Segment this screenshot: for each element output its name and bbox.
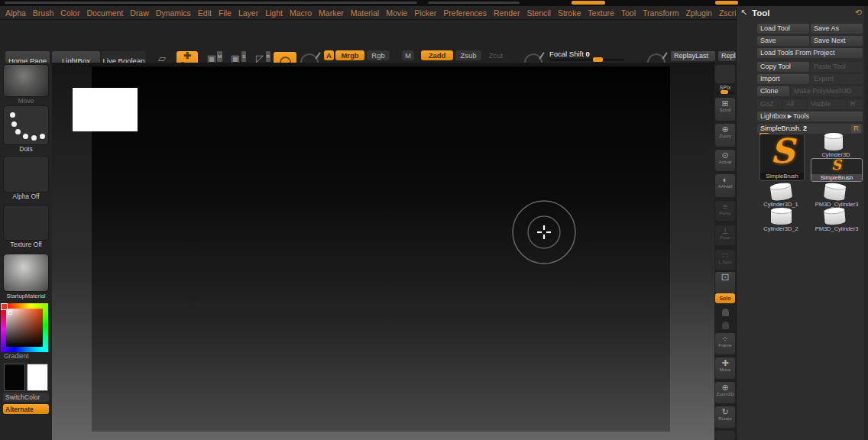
zadd-button[interactable]: Zadd bbox=[421, 50, 453, 60]
zsub-button[interactable]: Zsub bbox=[455, 50, 481, 60]
menu-brush[interactable]: Brush bbox=[33, 8, 53, 18]
alpha-off-thumbnail[interactable] bbox=[3, 156, 49, 192]
floor-button[interactable]: ⊥Floor bbox=[715, 225, 735, 245]
move-brush-thumbnail[interactable] bbox=[3, 64, 49, 97]
aahalf-button[interactable]: ◐AAHalf bbox=[715, 174, 735, 197]
alpha-off-label: Alpha Off bbox=[3, 192, 49, 201]
tool-panel-scrollbar[interactable] bbox=[864, 6, 868, 440]
floor-icon: ⊥ bbox=[715, 226, 735, 235]
menu-transform[interactable]: Transform bbox=[643, 8, 679, 18]
r-export-button[interactable]: R bbox=[847, 99, 863, 109]
render-preview-thumbnail[interactable] bbox=[715, 65, 735, 83]
color-picker-cursor bbox=[8, 311, 12, 315]
focal-shift-slider[interactable] bbox=[549, 59, 624, 61]
cylinder3d-1-thumbnail[interactable] bbox=[770, 183, 793, 202]
canvas-area[interactable] bbox=[52, 63, 714, 440]
replay-last-clipped-button[interactable]: Repla bbox=[718, 51, 736, 61]
menu-tool[interactable]: Tool bbox=[621, 8, 636, 18]
save-as-button[interactable]: Save As bbox=[811, 24, 863, 34]
clone-button[interactable]: Clone bbox=[757, 86, 789, 96]
menu-texture[interactable]: Texture bbox=[588, 8, 614, 18]
main-color-swatch[interactable] bbox=[4, 364, 25, 391]
picker-arrow-icon[interactable]: ↖ bbox=[740, 8, 747, 18]
all-button[interactable]: All bbox=[783, 99, 806, 109]
solo-button[interactable]: Solo bbox=[715, 293, 735, 303]
make-polymesh3d-button[interactable]: Make PolyMesh3D bbox=[791, 86, 863, 96]
active-tool-slider[interactable]: SimpleBrush. 2 R bbox=[757, 124, 863, 134]
cylinder3d-thumbnail[interactable] bbox=[824, 134, 843, 150]
cylinder3d-2-thumbnail[interactable] bbox=[771, 209, 792, 225]
zcut-button[interactable]: Zcut bbox=[484, 50, 507, 60]
zoom3d-button[interactable]: ⊕Zoom3D bbox=[715, 382, 735, 403]
persp-button[interactable]: ≡Persp bbox=[715, 201, 735, 221]
startup-material-thumbnail[interactable] bbox=[3, 254, 49, 292]
spix-handle[interactable] bbox=[721, 90, 728, 94]
cylinder3d-2-label: Cylinder3D_2 bbox=[753, 225, 808, 232]
ghost-button[interactable] bbox=[715, 306, 735, 319]
export-button[interactable]: Export bbox=[811, 74, 863, 84]
menu-edit[interactable]: Edit bbox=[198, 8, 212, 18]
mrgb-button[interactable]: Mrgb bbox=[335, 50, 364, 60]
color-picker[interactable] bbox=[1, 303, 48, 352]
alternate-button[interactable]: Alternate bbox=[3, 404, 49, 414]
gradient-label[interactable]: Gradient bbox=[1, 352, 48, 361]
active-tool-r-button[interactable]: R bbox=[851, 125, 861, 133]
history-cycle-icon[interactable]: ⟲ bbox=[855, 8, 862, 18]
move-3d-button[interactable]: ✚Move bbox=[715, 358, 735, 379]
save-button[interactable]: Save bbox=[757, 36, 809, 46]
anchor-a-button[interactable]: A bbox=[324, 50, 334, 60]
load-tool-button[interactable]: Load Tool bbox=[757, 24, 809, 34]
transp-button[interactable] bbox=[715, 319, 735, 332]
lightbox-tools-button[interactable]: Lightbox►Tools bbox=[757, 112, 863, 121]
document-surface[interactable] bbox=[92, 66, 670, 432]
rotate3d-button[interactable]: ↻Rotate bbox=[715, 406, 735, 428]
menu-zplugin[interactable]: Zplugin bbox=[685, 8, 711, 18]
menu-light[interactable]: Light bbox=[265, 8, 283, 18]
texture-off-thumbnail[interactable] bbox=[3, 205, 49, 241]
switch-color-button[interactable]: SwitchColor bbox=[3, 393, 49, 402]
menu-alpha[interactable]: Alpha bbox=[5, 8, 26, 18]
actual-button[interactable]: ⊙Actual bbox=[715, 150, 735, 171]
menu-material[interactable]: Material bbox=[351, 8, 379, 18]
menu-movie[interactable]: Movie bbox=[386, 8, 407, 18]
spix-slider[interactable] bbox=[716, 92, 734, 94]
focal-shift-label: Focal Shift 0 bbox=[549, 50, 590, 58]
simplebrush-large-thumbnail[interactable]: S SimpleBrush bbox=[760, 134, 805, 181]
menu-macro[interactable]: Macro bbox=[290, 8, 312, 18]
simplebrush-selected-thumbnail[interactable]: S SimpleBrush bbox=[811, 158, 863, 182]
scroll-button[interactable]: ⊞Scroll bbox=[715, 98, 735, 121]
zoom-button[interactable]: ⊕Zoom bbox=[715, 124, 735, 147]
dots-stroke-thumbnail[interactable] bbox=[3, 105, 49, 145]
menu-marker[interactable]: Marker bbox=[319, 8, 344, 18]
rgb-button[interactable]: Rgb bbox=[367, 50, 390, 60]
menu-draw[interactable]: Draw bbox=[130, 8, 149, 18]
menu-document[interactable]: Document bbox=[86, 8, 123, 18]
pm3d-cylinder3-a-thumbnail[interactable] bbox=[824, 183, 846, 201]
lsym-button[interactable]: ∷L.Sym bbox=[715, 250, 735, 270]
menu-picker[interactable]: Picker bbox=[414, 8, 436, 18]
menu-stencil[interactable]: Stencil bbox=[526, 8, 551, 18]
save-next-button[interactable]: Save Next bbox=[811, 36, 863, 46]
menu-dynamics[interactable]: Dynamics bbox=[156, 8, 191, 18]
replay-last-button[interactable]: ReplayLast bbox=[671, 51, 715, 61]
menu-layer[interactable]: Layer bbox=[238, 8, 258, 18]
secondary-color-swatch[interactable] bbox=[27, 364, 48, 391]
menu-stroke[interactable]: Stroke bbox=[558, 8, 581, 18]
local-pivot-button[interactable]: ⊡ bbox=[715, 272, 735, 293]
pm3d-cylinder3-b-thumbnail[interactable] bbox=[824, 209, 846, 225]
menu-preferences[interactable]: Preferences bbox=[443, 8, 487, 18]
goz-button[interactable]: GoZ bbox=[757, 99, 782, 109]
load-tools-from-project-button[interactable]: Load Tools From Project bbox=[757, 48, 863, 58]
copy-tool-button[interactable]: Copy Tool bbox=[757, 62, 809, 72]
menu-file[interactable]: File bbox=[219, 8, 232, 18]
menu-render[interactable]: Render bbox=[494, 8, 520, 18]
partial-bottom-button[interactable] bbox=[715, 431, 735, 440]
frame-button[interactable]: ⁘Frame bbox=[715, 333, 735, 354]
focal-shift-handle[interactable] bbox=[593, 57, 603, 62]
import-button[interactable]: Import bbox=[757, 74, 809, 84]
visible-button[interactable]: Visible bbox=[808, 99, 846, 109]
paste-tool-button[interactable]: Paste Tool bbox=[811, 62, 863, 72]
aahalf-magnifier-icon: ◐ bbox=[715, 175, 735, 184]
menu-color[interactable]: Color bbox=[60, 8, 79, 18]
m-button[interactable]: M bbox=[402, 50, 414, 60]
